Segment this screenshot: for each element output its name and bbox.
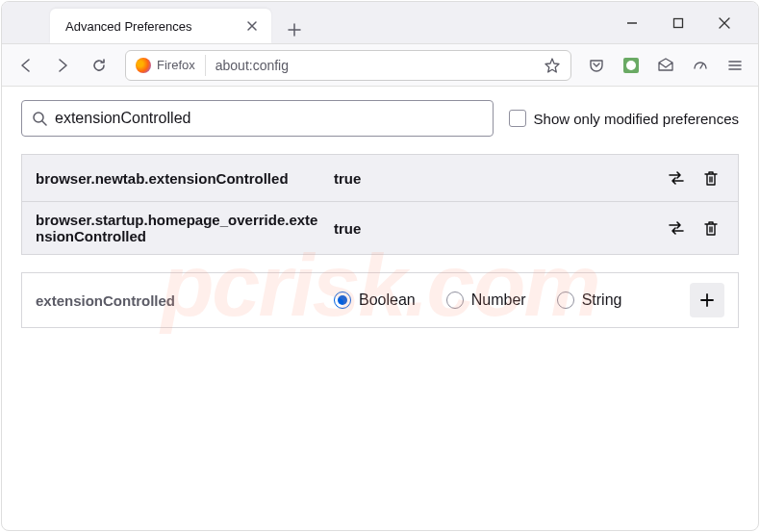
search-icon [32,111,47,126]
close-tab-icon[interactable] [242,16,262,36]
pref-row: browser.startup.homepage_override.extens… [22,202,738,254]
url-bar[interactable]: Firefox about:config [125,50,571,81]
delete-icon[interactable] [697,215,724,241]
minimize-button[interactable] [618,9,646,38]
checkbox-icon[interactable] [509,110,526,127]
identity-box[interactable]: Firefox [136,55,206,76]
titlebar: Advanced Preferences [2,2,758,44]
close-window-button[interactable] [710,9,739,38]
new-pref-row: extensionControlled Boolean Number Strin… [21,272,739,328]
browser-window: Advanced Preferences [1,1,759,531]
add-pref-button[interactable] [690,283,724,317]
pref-actions [663,165,724,191]
search-box[interactable] [21,100,494,137]
pref-row: browser.newtab.extensionControlled true [22,155,738,202]
show-modified-checkbox-row[interactable]: Show only modified preferences [509,110,739,127]
new-tab-button[interactable] [281,16,308,43]
search-input[interactable] [47,110,483,127]
extension-icon[interactable] [616,50,646,81]
maximize-button[interactable] [664,9,693,38]
show-modified-label: Show only modified preferences [534,111,739,127]
radio-icon[interactable] [334,291,351,309]
hamburger-menu-icon[interactable] [720,50,750,81]
radio-label: Number [471,291,526,309]
back-button[interactable] [10,50,42,81]
type-radio-group: Boolean Number String [334,291,680,309]
inbox-icon[interactable] [650,50,681,81]
pocket-icon[interactable] [581,50,612,81]
tab-title: Advanced Preferences [60,19,242,34]
identity-label: Firefox [157,58,195,72]
toggle-icon[interactable] [663,215,690,241]
dashboard-icon[interactable] [685,50,716,81]
radio-boolean[interactable]: Boolean [334,291,416,309]
pref-name[interactable]: browser.newtab.extensionControlled [36,170,324,187]
pref-name[interactable]: browser.startup.homepage_override.extens… [36,212,324,244]
pref-value: true [334,220,653,237]
delete-icon[interactable] [697,165,724,191]
radio-string[interactable]: String [557,291,622,309]
new-pref-name: extensionControlled [36,292,324,309]
radio-number[interactable]: Number [446,291,526,309]
search-row: Show only modified preferences [21,100,739,137]
tab-active[interactable]: Advanced Preferences [50,9,271,43]
reload-button[interactable] [83,50,115,81]
url-text[interactable]: about:config [206,58,544,73]
firefox-logo-icon [136,58,151,73]
forward-button[interactable] [46,50,79,81]
toggle-icon[interactable] [663,165,690,191]
radio-icon[interactable] [446,291,464,309]
about-config-content: Show only modified preferences browser.n… [2,87,758,342]
bookmark-star-icon[interactable] [544,57,561,74]
pref-value: true [334,170,653,187]
pref-actions [663,215,724,241]
tab-strip: Advanced Preferences [2,2,598,43]
svg-rect-0 [674,18,683,27]
radio-label: Boolean [359,291,416,309]
window-controls [598,9,758,38]
navigation-toolbar: Firefox about:config [2,44,758,87]
preferences-table: browser.newtab.extensionControlled true … [21,154,739,255]
radio-label: String [582,291,622,309]
radio-icon[interactable] [557,291,574,309]
